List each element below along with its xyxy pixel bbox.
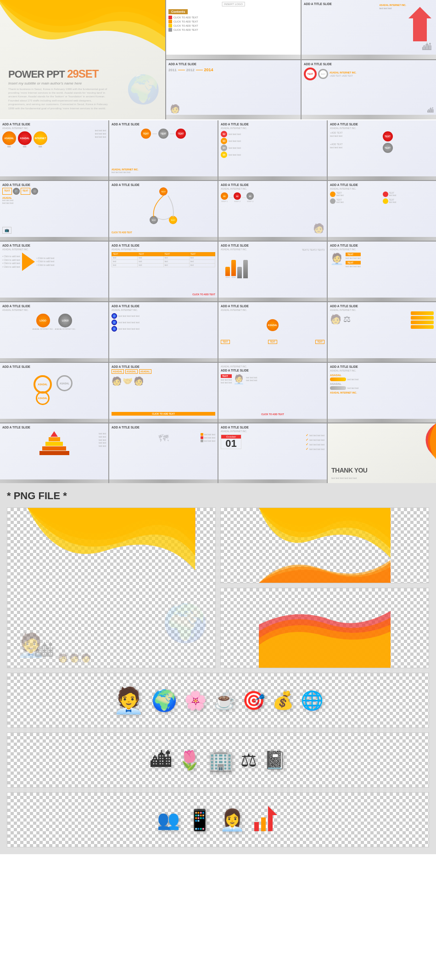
slide-wave-2 — [302, 55, 436, 59]
contents-row-1: CLICK TO ADD TEXT — [168, 16, 298, 19]
map-check-list: text text text text text text text text … — [201, 433, 215, 443]
slide-balance-person: ADD A TITLE SLIDE ASADAL INTERNET INC. 🧑… — [328, 302, 436, 362]
svg-text:↗: ↗ — [271, 829, 273, 832]
bar-chart-area: 2013 2014 — [221, 253, 324, 278]
arrow-text-content: • Click to add text• Click to add text• … — [2, 253, 106, 271]
svg-rect-0 — [254, 822, 259, 831]
slide-person-balance: ADD A TITLE SLIDE ASADAL INTERNET INC. 🧑… — [328, 242, 436, 301]
pyramid-visual — [2, 431, 106, 455]
slide-flow-arrows: ADD A TITLE SLIDE TEXT TEXT TEXT CLICK T… — [109, 181, 218, 241]
calendar-widget: October 01 — [221, 434, 241, 449]
icon-businesswoman: 👩‍💼 — [219, 808, 245, 832]
slide-step-circles: ADD A TITLE SLIDE ASADAL INTERNET INC. S… — [218, 181, 327, 241]
slide-loop-asadal2: ADD A TITLE SLIDE ASADAL INTERNET INC. A… — [328, 363, 436, 422]
flow-circles-content: TEXT TEXT TEXT — [112, 129, 215, 139]
icon-flower: 🌸 — [184, 690, 207, 711]
timeline-content: 2011 2012 2014 — [168, 68, 298, 72]
icon-globe2: 🌐 — [301, 690, 324, 711]
slide-title-4: ADD A TITLE SLIDE — [304, 62, 434, 66]
three-circles: ASADAL text ASADAL text INTERNET text — [2, 131, 106, 148]
slide-title-3: ADD A TITLE SLIDE — [168, 62, 298, 66]
contents-slide: INSERT LOGO Contents CLICK TO ADD TEXT C… — [166, 0, 301, 59]
slide-row-5: ADD A TITLE SLIDE ASADAL ASADAL ASADAL L… — [0, 363, 436, 422]
icon-arrow-chart: ↗ — [252, 806, 279, 834]
icon-tablet: 📱 — [187, 808, 212, 832]
svg-rect-1 — [261, 817, 266, 831]
person-silhouette: 🧑 — [170, 104, 180, 114]
png-wave-strip — [220, 588, 429, 668]
png-section: * PNG FILE * 🌍 🧑‍💼 🏙 — [0, 483, 436, 854]
text-lines-right: text text texttext text texttext text te… — [95, 130, 106, 139]
slide-text-person: ASADAL INTERNET INC. ADD A TITLE SLIDE T… — [218, 363, 327, 422]
big-red-arrow — [406, 5, 434, 42]
icon-scales: ⚖ — [240, 749, 257, 771]
main-title-slide: 🌍 POWER PPT 29SET Insert my subtitle or … — [0, 0, 165, 119]
text-circle-grid: +ADD TEXTtext text text TEXT +ADD TEXTte… — [330, 131, 434, 153]
contents-title: Contents — [168, 9, 188, 14]
png-wave-bg — [220, 507, 429, 583]
slide-loop-asadal: ADD A TITLE SLIDE ASADAL ASADAL ASADAL L… — [0, 363, 108, 422]
slide-row-3: ADD A TITLE SLIDE ASADAL INTERNET INC. •… — [0, 242, 436, 301]
slide-business-meeting: ADD A TITLE SLIDE ASADAL ASADAL ASADAL 🧑… — [109, 363, 218, 422]
png-right-col — [220, 507, 429, 668]
slide-grid-container: ADD A TITLE SLIDE ASADAL INTERNET INC. A… — [0, 120, 436, 483]
checklist-items: ✓ text text text text ✓ text text text t… — [306, 433, 324, 452]
city-bg: 🏙 — [427, 107, 434, 114]
wave-large-right — [221, 508, 429, 583]
asadal-row: ASADAL ASADAL ASADAL — [112, 369, 215, 374]
thankyou-text: THANK YOU — [331, 467, 367, 474]
slide-world-map: ADD A TITLE SLIDE 🗺 text text text text … — [109, 423, 218, 483]
slide-bar-chart: ADD A TITLE SLIDE ASADAL INTERNET INC. 2… — [218, 242, 327, 301]
png-large-grid: 🌍 🧑‍💼 🏙 🧑 🧑 🧑 — [7, 507, 429, 668]
power-ppt-title: POWER PPT 29SET — [8, 68, 109, 80]
slide-row-1: ADD A TITLE SLIDE ASADAL INTERNET INC. A… — [0, 120, 436, 180]
asadal-loop-circles: ASADAL ASADAL ASADAL — [34, 371, 75, 405]
arrow-city-slide: ADD A TITLE SLIDE 🏙 ASADAL INTERNET INC.… — [302, 0, 436, 59]
png-file-title: * PNG FILE * — [7, 490, 429, 502]
step-flow-horizontal: S1 STEP 1 S2 STEP 2 S3 STEP 3 — [221, 192, 324, 203]
contents-logo: INSERT LOGO — [222, 2, 245, 6]
slide-arrow-text: ADD A TITLE SLIDE ASADAL INTERNET INC. •… — [0, 242, 108, 301]
png-icons-row2: 🏙 🌷 🏢 ⚖ 📓 — [7, 732, 429, 788]
info-labels: ASADAL INTERNET INC. text text text — [379, 4, 406, 10]
slide-thumb-flow: ADD A TITLE SLIDE TEXT TEXT TEXT ASADAL … — [109, 120, 218, 180]
slide-thumb-steps: ADD A TITLE SLIDE ASADAL INTERNET INC. S… — [218, 120, 327, 180]
slide-row-2: ADD A TITLE SLIDE TEXT 🔍 TEXT ASADAL tex… — [0, 181, 436, 241]
slide-wave-3 — [166, 115, 301, 119]
png-left-main: 🌍 🧑‍💼 🏙 🧑 🧑 🧑 — [7, 507, 216, 668]
top-right-slides: INSERT LOGO Contents CLICK TO ADD TEXT C… — [166, 0, 436, 119]
png-icons-area: 🧑‍💼 🌍 🌸 ☕ 🎯 💰 🌐 — [7, 673, 429, 728]
slide-flow-globe: ADD A TITLE SLIDE ASADAL INTERNET INC. A… — [218, 302, 327, 362]
contents-row-4: CLICK TO ADD TEXT — [168, 28, 298, 32]
mini-data-table: TEXT TEXT TEXT TEXT text text text text … — [112, 252, 215, 267]
svg-rect-2 — [268, 811, 273, 831]
contents-row-3: CLICK TO ADD TEXT — [168, 24, 298, 28]
slide-globe-boxes: ADD A TITLE SLIDE ASADAL INTERNET INC. t… — [109, 302, 218, 362]
slide-row-6: ADD A TITLE SLIDE text texttext texttext… — [0, 423, 436, 483]
globe-list: text text text text text text text text … — [112, 313, 215, 332]
slide-row-4: ADD A TITLE SLIDE ASADAL INTERNET INC. L… — [0, 302, 436, 362]
main-wave-large — [7, 508, 215, 604]
icon-money-plant: 💰 — [272, 690, 294, 710]
arrow-chart-svg: ↗ — [252, 806, 279, 834]
main-text-content: POWER PPT 29SET Insert my subtitle or ma… — [8, 68, 109, 110]
slide-text-grid: ADD A TITLE SLIDE ASADAL INTERNET INC. T… — [328, 181, 436, 241]
icon-notebook-chart: 📓 — [264, 750, 285, 770]
circular-flow: TEXT TEXT TEXT — [145, 187, 182, 224]
subtitle-line: Insert my subtitle or main author's name… — [8, 81, 109, 85]
person-text-grid: 🧑‍💼 TEXT text text text text TEXT text t… — [330, 253, 434, 268]
city-silhouette: 🏙 — [422, 42, 431, 52]
world-map-dots: 🌍 — [126, 73, 161, 106]
icon-target: 🎯 — [242, 690, 265, 711]
icon-team-pushing: 👥 — [157, 809, 180, 831]
icon-city: 🏙 — [151, 748, 171, 772]
slide-text-boxes: ADD A TITLE SLIDE TEXT 🔍 TEXT ASADAL tex… — [0, 181, 108, 241]
icon-businessman: 🧑‍💼 — [113, 686, 145, 715]
slide-thumb-circles: ADD A TITLE SLIDE ASADAL INTERNET INC. A… — [0, 120, 108, 180]
slide-pyramid: ADD A TITLE SLIDE text texttext texttext… — [0, 423, 108, 483]
slide-wave-bottom — [166, 55, 301, 59]
icon-egg-flower: 🌷 — [178, 749, 201, 771]
wave-strip-right — [221, 588, 429, 668]
text-box-group: TEXT 🔍 TEXT — [2, 188, 106, 195]
asadal2-content: ASADAL text text text ASADAL text text t… — [330, 374, 434, 394]
